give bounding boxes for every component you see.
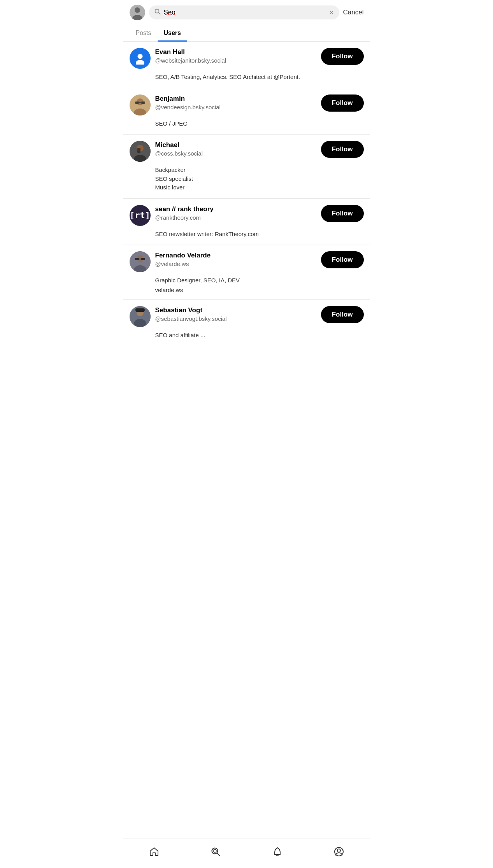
home-icon bbox=[149, 846, 160, 857]
follow-button[interactable]: Follow bbox=[321, 306, 364, 323]
svg-point-5 bbox=[137, 54, 142, 59]
nav-home[interactable] bbox=[146, 843, 163, 860]
bracket-icon: [rt] bbox=[130, 210, 150, 220]
user-name[interactable]: Michael bbox=[155, 141, 316, 149]
user-info: Sebastian Vogt @sebastianvogt.bsky.socia… bbox=[155, 306, 316, 322]
svg-point-1 bbox=[135, 7, 140, 13]
search-nav-icon bbox=[210, 846, 221, 857]
user-name[interactable]: Fernando Velarde bbox=[155, 251, 316, 260]
svg-point-33 bbox=[337, 849, 340, 852]
search-clear-icon[interactable]: ✕ bbox=[329, 9, 334, 16]
user-bio: SEO newsletter writer: RankTheory.com bbox=[130, 230, 364, 239]
search-input[interactable] bbox=[164, 9, 326, 16]
list-item: [rt] sean // rank theory @ranktheory.com… bbox=[123, 199, 370, 245]
user-bio: SEO and affiliate ... bbox=[130, 331, 364, 340]
list-item: Evan Hall @websitejanitor.bsky.social Fo… bbox=[123, 42, 370, 88]
avatar[interactable] bbox=[130, 306, 151, 327]
svg-point-29 bbox=[213, 849, 216, 852]
user-info: sean // rank theory @ranktheory.com bbox=[155, 205, 316, 221]
svg-line-30 bbox=[217, 853, 220, 856]
svg-rect-10 bbox=[135, 102, 139, 104]
follow-button[interactable]: Follow bbox=[321, 205, 364, 222]
tabs: Posts Users bbox=[123, 25, 370, 42]
user-name[interactable]: Sebastian Vogt bbox=[155, 306, 316, 315]
user-handle[interactable]: @websitejanitor.bsky.social bbox=[155, 57, 316, 64]
user-handle[interactable]: @coss.bsky.social bbox=[155, 150, 316, 157]
search-icon bbox=[154, 9, 161, 16]
avatar[interactable] bbox=[130, 251, 151, 272]
list-item: Sebastian Vogt @sebastianvogt.bsky.socia… bbox=[123, 300, 370, 346]
tab-posts[interactable]: Posts bbox=[130, 25, 158, 41]
avatar[interactable] bbox=[130, 48, 151, 69]
user-info: Benjamin @vendeesign.bsky.social bbox=[155, 94, 316, 110]
tab-users[interactable]: Users bbox=[158, 25, 187, 41]
user-list: Evan Hall @websitejanitor.bsky.social Fo… bbox=[123, 42, 370, 377]
follow-button[interactable]: Follow bbox=[321, 251, 364, 268]
follow-button[interactable]: Follow bbox=[321, 48, 364, 65]
user-name[interactable]: sean // rank theory bbox=[155, 205, 316, 214]
nav-profile[interactable] bbox=[330, 843, 347, 860]
svg-point-6 bbox=[136, 60, 144, 65]
svg-rect-21 bbox=[141, 258, 145, 260]
svg-rect-20 bbox=[135, 258, 139, 260]
user-bio: SEO, A/B Testing, Analytics. SEO Archite… bbox=[130, 73, 364, 82]
nav-search[interactable] bbox=[207, 843, 224, 860]
list-item: Michael @coss.bsky.social Follow Backpac… bbox=[123, 135, 370, 199]
current-user-avatar[interactable] bbox=[130, 5, 145, 20]
notifications-icon bbox=[272, 846, 283, 857]
cancel-button[interactable]: Cancel bbox=[343, 9, 364, 16]
svg-line-4 bbox=[158, 13, 160, 14]
user-name[interactable]: Evan Hall bbox=[155, 48, 316, 56]
follow-button[interactable]: Follow bbox=[321, 94, 364, 112]
bottom-nav bbox=[123, 838, 370, 868]
avatar[interactable] bbox=[130, 94, 151, 116]
user-handle[interactable]: @sebastianvogt.bsky.social bbox=[155, 315, 316, 322]
profile-icon bbox=[333, 846, 344, 857]
user-info: Michael @coss.bsky.social bbox=[155, 141, 316, 157]
svg-rect-27 bbox=[136, 308, 144, 312]
nav-notifications[interactable] bbox=[269, 843, 286, 860]
follow-button[interactable]: Follow bbox=[321, 141, 364, 158]
user-bio: Backpacker SEO specialist Music lover bbox=[130, 166, 364, 192]
avatar[interactable]: [rt] bbox=[130, 205, 151, 226]
list-item: Benjamin @vendeesign.bsky.social Follow … bbox=[123, 88, 370, 135]
svg-rect-11 bbox=[141, 102, 145, 104]
user-link[interactable]: velarde.ws bbox=[130, 287, 364, 293]
avatar[interactable] bbox=[130, 141, 151, 162]
search-bar[interactable]: ✕ bbox=[149, 5, 339, 19]
header: ✕ Cancel bbox=[123, 0, 370, 25]
user-handle[interactable]: @velarde.ws bbox=[155, 261, 316, 267]
user-bio: SEO / JPEG bbox=[130, 119, 364, 128]
user-handle[interactable]: @vendeesign.bsky.social bbox=[155, 104, 316, 110]
svg-rect-16 bbox=[137, 148, 140, 153]
user-info: Fernando Velarde @velarde.ws bbox=[155, 251, 316, 267]
user-name[interactable]: Benjamin bbox=[155, 94, 316, 103]
list-item: Fernando Velarde @velarde.ws Follow Grap… bbox=[123, 245, 370, 300]
user-handle[interactable]: @ranktheory.com bbox=[155, 214, 316, 221]
user-bio: Graphic Designer, SEO, IA, DEV bbox=[130, 276, 364, 285]
user-info: Evan Hall @websitejanitor.bsky.social bbox=[155, 48, 316, 64]
